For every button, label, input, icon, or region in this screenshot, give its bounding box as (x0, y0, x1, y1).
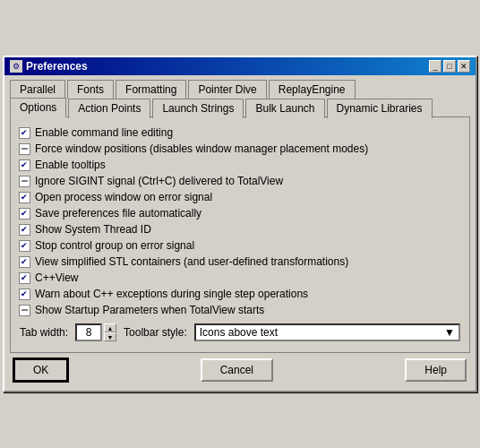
option-item-8: View simplified STL containers (and user… (18, 254, 462, 270)
checkbox-1[interactable] (18, 142, 30, 155)
option-label-6: Show System Thread ID (35, 223, 151, 236)
options-list: Enable command line editingForce window … (18, 125, 462, 318)
spin-arrows: ▲ ▼ (104, 323, 116, 341)
main-content: Parallel Fonts Formatting Pointer Dive R… (4, 75, 476, 391)
option-item-1: Force window positions (disables window … (18, 141, 462, 157)
checkbox-4[interactable] (18, 191, 30, 203)
option-label-9: C++View (35, 271, 78, 284)
option-label-2: Enable tooltips (35, 159, 106, 171)
toolbar-style-label: Toolbar style: (124, 326, 187, 339)
tab-row-2: Options Action Points Launch Strings Bul… (10, 98, 470, 117)
toolbar-style-select[interactable]: Icons above text ▼ (194, 323, 460, 341)
checkbox-11[interactable] (18, 304, 30, 316)
option-item-7: Stop control group on error signal (18, 237, 462, 254)
tab-action-points[interactable]: Action Points (68, 99, 150, 118)
checkbox-8[interactable] (18, 255, 30, 268)
checkbox-2[interactable] (18, 159, 30, 171)
tab-bulk-launch[interactable]: Bulk Launch (245, 99, 324, 118)
minimize-button[interactable]: _ (429, 60, 441, 73)
option-label-0: Enable command line editing (35, 126, 173, 139)
checkbox-indicator-1 (19, 143, 30, 155)
checkbox-indicator-2 (19, 159, 30, 171)
tab-width-label: Tab width: (20, 326, 68, 339)
window-icon: ⚙ (10, 60, 22, 73)
option-label-1: Force window positions (disables window … (35, 142, 368, 155)
title-controls: _ □ ✕ (429, 60, 470, 73)
checkbox-indicator-7 (19, 240, 30, 252)
spin-down-arrow[interactable]: ▼ (104, 332, 116, 341)
ok-button[interactable]: OK (13, 358, 68, 382)
title-bar: ⚙ Preferences _ □ ✕ (4, 57, 476, 75)
checkbox-10[interactable] (18, 288, 30, 300)
checkbox-9[interactable] (18, 271, 30, 284)
option-item-2: Enable tooltips (18, 157, 462, 173)
tab-launch-strings[interactable]: Launch Strings (152, 99, 244, 118)
close-button[interactable]: ✕ (458, 60, 470, 73)
checkbox-indicator-4 (19, 192, 30, 203)
option-label-3: Ignore SIGINT signal (Ctrl+C) delivered … (35, 175, 283, 187)
buttons-row: OK Cancel Help (10, 353, 470, 385)
option-item-3: Ignore SIGINT signal (Ctrl+C) delivered … (18, 173, 462, 189)
toolbar-style-value: Icons above text (200, 326, 278, 339)
checkbox-3[interactable] (18, 175, 30, 187)
option-item-10: Warn about C++ exceptions during single … (18, 286, 462, 302)
option-label-4: Open process window on error signal (35, 191, 212, 203)
tab-parallel[interactable]: Parallel (10, 80, 65, 99)
option-item-9: C++View (18, 270, 462, 286)
checkbox-indicator-10 (19, 289, 30, 300)
tab-formatting[interactable]: Formatting (116, 80, 186, 99)
tab-options[interactable]: Options (10, 98, 66, 117)
tab-width-input[interactable] (75, 323, 102, 341)
option-item-0: Enable command line editing (18, 125, 462, 141)
tab-pointer-dive[interactable]: Pointer Dive (188, 80, 266, 99)
cancel-button[interactable]: Cancel (201, 358, 273, 382)
checkbox-indicator-11 (19, 305, 30, 316)
checkbox-indicator-8 (19, 256, 30, 268)
checkbox-6[interactable] (18, 223, 30, 236)
checkbox-indicator-3 (19, 176, 30, 187)
toolbar-dropdown-arrow: ▼ (444, 326, 455, 339)
bottom-controls: Tab width: ▲ ▼ Toolbar style: Icons abov… (18, 318, 462, 345)
tab-fonts[interactable]: Fonts (67, 80, 114, 99)
option-label-10: Warn about C++ exceptions during single … (35, 288, 308, 300)
option-item-4: Open process window on error signal (18, 189, 462, 205)
tab-width-spinner: ▲ ▼ (75, 323, 116, 341)
checkbox-indicator-6 (19, 224, 30, 236)
checkbox-indicator-5 (19, 208, 30, 220)
tab-replay-engine[interactable]: ReplayEngine (269, 80, 356, 99)
window-title: Preferences (26, 60, 88, 73)
option-item-6: Show System Thread ID (18, 221, 462, 237)
help-button[interactable]: Help (405, 358, 467, 382)
option-label-7: Stop control group on error signal (35, 239, 194, 252)
checkbox-0[interactable] (18, 126, 30, 139)
option-label-8: View simplified STL containers (and user… (35, 255, 348, 268)
option-item-11: Show Startup Parameters when TotalView s… (18, 302, 462, 318)
checkbox-7[interactable] (18, 239, 30, 252)
maximize-button[interactable]: □ (443, 60, 456, 73)
spin-up-arrow[interactable]: ▲ (104, 323, 116, 332)
options-panel: Enable command line editingForce window … (10, 116, 470, 353)
option-label-11: Show Startup Parameters when TotalView s… (35, 304, 264, 316)
checkbox-indicator-9 (19, 272, 30, 284)
tab-dynamic-libraries[interactable]: Dynamic Libraries (327, 99, 433, 118)
preferences-window: ⚙ Preferences _ □ ✕ Parallel Fonts Forma… (3, 56, 477, 392)
tab-row-1: Parallel Fonts Formatting Pointer Dive R… (10, 79, 470, 98)
option-label-5: Save preferences file automatically (35, 207, 201, 220)
checkbox-indicator-0 (19, 127, 30, 139)
option-item-5: Save preferences file automatically (18, 205, 462, 221)
checkbox-5[interactable] (18, 207, 30, 220)
